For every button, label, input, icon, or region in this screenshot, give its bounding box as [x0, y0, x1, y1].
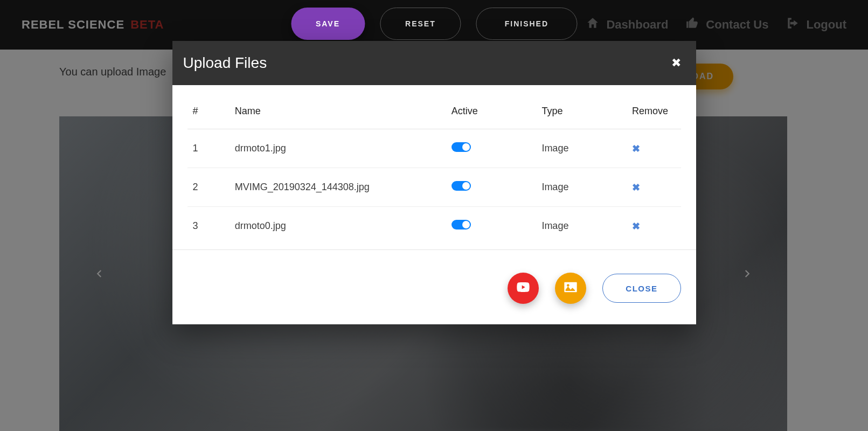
youtube-icon [516, 280, 531, 297]
remove-button[interactable]: ✖ [632, 182, 640, 193]
files-table: # Name Active Type Remove 1 drmoto1.jpg … [188, 98, 681, 245]
cell-active [446, 207, 537, 246]
cell-name: drmoto0.jpg [230, 207, 446, 246]
add-image-button[interactable] [555, 273, 586, 304]
active-toggle[interactable] [452, 220, 471, 230]
cell-num: 2 [188, 168, 230, 207]
table-row: 1 drmoto1.jpg Image ✖ [188, 129, 681, 168]
upload-files-modal: Upload Files ✖ # Name Active Type Remove [172, 41, 696, 324]
close-icon: ✖ [632, 143, 640, 154]
modal-body: # Name Active Type Remove 1 drmoto1.jpg … [172, 85, 696, 249]
modal-title: Upload Files [183, 54, 267, 72]
close-icon: ✖ [671, 56, 681, 69]
active-toggle[interactable] [452, 142, 471, 152]
modal-header: Upload Files ✖ [172, 41, 696, 85]
remove-button[interactable]: ✖ [632, 221, 640, 232]
close-icon: ✖ [632, 182, 640, 193]
cell-name: MVIMG_20190324_144308.jpg [230, 168, 446, 207]
table-row: 2 MVIMG_20190324_144308.jpg Image ✖ [188, 168, 681, 207]
cell-num: 1 [188, 129, 230, 168]
close-icon: ✖ [632, 221, 640, 232]
th-type: Type [536, 98, 627, 129]
th-name: Name [230, 98, 446, 129]
page-root: REBEL SCIENCE BETA Dashboard Contact Us [0, 0, 868, 431]
active-toggle[interactable] [452, 181, 471, 191]
th-active: Active [446, 98, 537, 129]
modal-close-button[interactable]: ✖ [671, 56, 681, 70]
cell-name: drmoto1.jpg [230, 129, 446, 168]
cell-type: Image [536, 207, 627, 246]
cell-type: Image [536, 129, 627, 168]
remove-button[interactable]: ✖ [632, 143, 640, 154]
modal-footer: CLOSE [172, 249, 696, 324]
finished-button[interactable]: FINISHED [476, 8, 577, 40]
save-button[interactable]: SAVE [291, 8, 365, 40]
close-button[interactable]: CLOSE [602, 274, 680, 303]
cell-type: Image [536, 168, 627, 207]
action-bar: SAVE RESET FINISHED [291, 8, 577, 40]
th-num: # [188, 98, 230, 129]
cell-active [446, 129, 537, 168]
cell-remove: ✖ [627, 129, 681, 168]
table-row: 3 drmoto0.jpg Image ✖ [188, 207, 681, 246]
reset-button[interactable]: RESET [380, 8, 461, 40]
cell-num: 3 [188, 207, 230, 246]
cell-remove: ✖ [627, 207, 681, 246]
image-icon [563, 280, 578, 297]
th-remove: Remove [627, 98, 681, 129]
add-youtube-button[interactable] [508, 273, 539, 304]
cell-active [446, 168, 537, 207]
cell-remove: ✖ [627, 168, 681, 207]
